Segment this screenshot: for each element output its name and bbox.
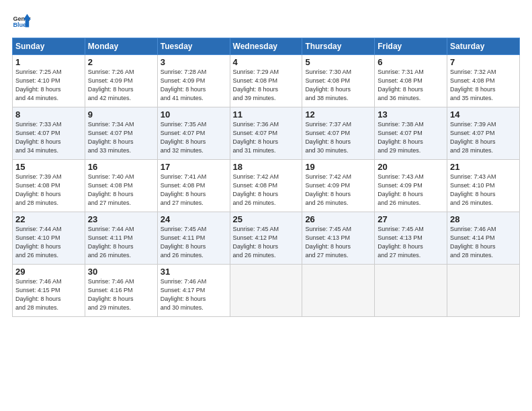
calendar-header-sunday: Sunday (13, 38, 85, 55)
day-details: Sunrise: 7:42 AMSunset: 4:09 PMDaylight:… (305, 173, 371, 208)
calendar-header-row: SundayMondayTuesdayWednesdayThursdayFrid… (13, 38, 520, 55)
calendar-cell: 23Sunrise: 7:44 AMSunset: 4:11 PMDayligh… (85, 212, 157, 265)
day-details: Sunrise: 7:25 AMSunset: 4:10 PMDaylight:… (15, 68, 82, 103)
calendar-cell: 31Sunrise: 7:46 AMSunset: 4:17 PMDayligh… (157, 265, 230, 317)
calendar-cell: 4Sunrise: 7:29 AMSunset: 4:08 PMDaylight… (230, 55, 302, 107)
calendar-cell: 26Sunrise: 7:45 AMSunset: 4:13 PMDayligh… (302, 212, 375, 265)
calendar-body: 1Sunrise: 7:25 AMSunset: 4:10 PMDaylight… (13, 55, 520, 317)
calendar-header-thursday: Thursday (302, 38, 375, 55)
day-number: 14 (450, 109, 517, 120)
day-number: 16 (88, 162, 154, 172)
calendar-cell: 19Sunrise: 7:42 AMSunset: 4:09 PMDayligh… (302, 160, 375, 212)
day-number: 15 (15, 162, 82, 172)
logo-icon: General Blue (12, 12, 31, 31)
day-details: Sunrise: 7:45 AMSunset: 4:13 PMDaylight:… (305, 225, 371, 260)
day-number: 13 (378, 109, 444, 120)
day-number: 26 (305, 214, 371, 224)
day-details: Sunrise: 7:31 AMSunset: 4:08 PMDaylight:… (378, 68, 444, 103)
calendar-header-tuesday: Tuesday (157, 38, 230, 55)
calendar-week-4: 22Sunrise: 7:44 AMSunset: 4:10 PMDayligh… (13, 212, 520, 265)
calendar-cell: 10Sunrise: 7:35 AMSunset: 4:07 PMDayligh… (157, 107, 230, 160)
day-number: 29 (15, 267, 82, 277)
day-details: Sunrise: 7:26 AMSunset: 4:09 PMDaylight:… (88, 68, 154, 103)
calendar-cell: 30Sunrise: 7:46 AMSunset: 4:16 PMDayligh… (85, 265, 157, 317)
day-number: 18 (233, 162, 300, 172)
day-number: 30 (88, 267, 154, 277)
day-details: Sunrise: 7:46 AMSunset: 4:17 PMDaylight:… (161, 277, 227, 312)
day-details: Sunrise: 7:39 AMSunset: 4:07 PMDaylight:… (450, 120, 517, 155)
day-details: Sunrise: 7:44 AMSunset: 4:11 PMDaylight:… (88, 225, 154, 260)
calendar-cell: 18Sunrise: 7:42 AMSunset: 4:08 PMDayligh… (230, 160, 302, 212)
day-details: Sunrise: 7:36 AMSunset: 4:07 PMDaylight:… (233, 120, 300, 155)
calendar-header-wednesday: Wednesday (230, 38, 302, 55)
day-details: Sunrise: 7:45 AMSunset: 4:11 PMDaylight:… (161, 225, 227, 260)
day-details: Sunrise: 7:45 AMSunset: 4:12 PMDaylight:… (233, 225, 300, 260)
calendar-cell: 28Sunrise: 7:46 AMSunset: 4:14 PMDayligh… (447, 212, 520, 265)
day-details: Sunrise: 7:44 AMSunset: 4:10 PMDaylight:… (15, 225, 82, 260)
day-details: Sunrise: 7:41 AMSunset: 4:08 PMDaylight:… (161, 173, 227, 208)
calendar-cell: 13Sunrise: 7:38 AMSunset: 4:07 PMDayligh… (375, 107, 447, 160)
calendar-cell: 9Sunrise: 7:34 AMSunset: 4:07 PMDaylight… (85, 107, 157, 160)
logo: General Blue (12, 12, 31, 31)
day-number: 21 (450, 162, 517, 172)
page: General Blue SundayMondayTuesdayWednesda… (0, 0, 532, 411)
day-details: Sunrise: 7:35 AMSunset: 4:07 PMDaylight:… (161, 120, 227, 155)
calendar-header-monday: Monday (85, 38, 157, 55)
day-number: 25 (233, 214, 300, 224)
day-number: 17 (161, 162, 227, 172)
day-details: Sunrise: 7:33 AMSunset: 4:07 PMDaylight:… (15, 120, 82, 155)
calendar-cell: 12Sunrise: 7:37 AMSunset: 4:07 PMDayligh… (302, 107, 375, 160)
day-number: 4 (233, 57, 300, 67)
day-details: Sunrise: 7:30 AMSunset: 4:08 PMDaylight:… (305, 68, 371, 103)
calendar-cell: 27Sunrise: 7:45 AMSunset: 4:13 PMDayligh… (375, 212, 447, 265)
calendar-cell: 20Sunrise: 7:43 AMSunset: 4:09 PMDayligh… (375, 160, 447, 212)
day-number: 5 (305, 57, 371, 67)
calendar-cell: 25Sunrise: 7:45 AMSunset: 4:12 PMDayligh… (230, 212, 302, 265)
day-number: 9 (88, 109, 154, 120)
day-details: Sunrise: 7:34 AMSunset: 4:07 PMDaylight:… (88, 120, 154, 155)
day-details: Sunrise: 7:46 AMSunset: 4:14 PMDaylight:… (450, 225, 517, 260)
day-number: 7 (450, 57, 517, 67)
header: General Blue (12, 12, 520, 31)
day-number: 12 (305, 109, 371, 120)
day-number: 3 (161, 57, 227, 67)
calendar-cell (230, 265, 302, 317)
day-number: 20 (378, 162, 444, 172)
day-number: 2 (88, 57, 154, 67)
day-number: 27 (378, 214, 444, 224)
calendar-cell: 14Sunrise: 7:39 AMSunset: 4:07 PMDayligh… (447, 107, 520, 160)
day-details: Sunrise: 7:32 AMSunset: 4:08 PMDaylight:… (450, 68, 517, 103)
calendar-header-friday: Friday (375, 38, 447, 55)
calendar-cell: 29Sunrise: 7:46 AMSunset: 4:15 PMDayligh… (13, 265, 85, 317)
calendar-cell: 17Sunrise: 7:41 AMSunset: 4:08 PMDayligh… (157, 160, 230, 212)
calendar-cell: 16Sunrise: 7:40 AMSunset: 4:08 PMDayligh… (85, 160, 157, 212)
calendar-cell: 7Sunrise: 7:32 AMSunset: 4:08 PMDaylight… (447, 55, 520, 107)
day-details: Sunrise: 7:43 AMSunset: 4:10 PMDaylight:… (450, 173, 517, 208)
day-details: Sunrise: 7:29 AMSunset: 4:08 PMDaylight:… (233, 68, 300, 103)
day-number: 11 (233, 109, 300, 120)
calendar-cell (302, 265, 375, 317)
calendar-cell: 1Sunrise: 7:25 AMSunset: 4:10 PMDaylight… (13, 55, 85, 107)
day-number: 6 (378, 57, 444, 67)
calendar-cell: 22Sunrise: 7:44 AMSunset: 4:10 PMDayligh… (13, 212, 85, 265)
day-details: Sunrise: 7:37 AMSunset: 4:07 PMDaylight:… (305, 120, 371, 155)
calendar-cell: 15Sunrise: 7:39 AMSunset: 4:08 PMDayligh… (13, 160, 85, 212)
svg-text:Blue: Blue (13, 21, 26, 28)
calendar-week-2: 8Sunrise: 7:33 AMSunset: 4:07 PMDaylight… (13, 107, 520, 160)
calendar-cell: 2Sunrise: 7:26 AMSunset: 4:09 PMDaylight… (85, 55, 157, 107)
day-number: 8 (15, 109, 82, 120)
day-number: 19 (305, 162, 371, 172)
calendar-cell: 21Sunrise: 7:43 AMSunset: 4:10 PMDayligh… (447, 160, 520, 212)
calendar-cell: 6Sunrise: 7:31 AMSunset: 4:08 PMDaylight… (375, 55, 447, 107)
calendar-cell (375, 265, 447, 317)
calendar-cell: 8Sunrise: 7:33 AMSunset: 4:07 PMDaylight… (13, 107, 85, 160)
day-details: Sunrise: 7:46 AMSunset: 4:16 PMDaylight:… (88, 277, 154, 312)
day-details: Sunrise: 7:46 AMSunset: 4:15 PMDaylight:… (15, 277, 82, 312)
day-details: Sunrise: 7:45 AMSunset: 4:13 PMDaylight:… (378, 225, 444, 260)
day-number: 28 (450, 214, 517, 224)
calendar-cell: 11Sunrise: 7:36 AMSunset: 4:07 PMDayligh… (230, 107, 302, 160)
day-number: 31 (161, 267, 227, 277)
day-number: 10 (161, 109, 227, 120)
day-number: 22 (15, 214, 82, 224)
calendar-week-5: 29Sunrise: 7:46 AMSunset: 4:15 PMDayligh… (13, 265, 520, 317)
